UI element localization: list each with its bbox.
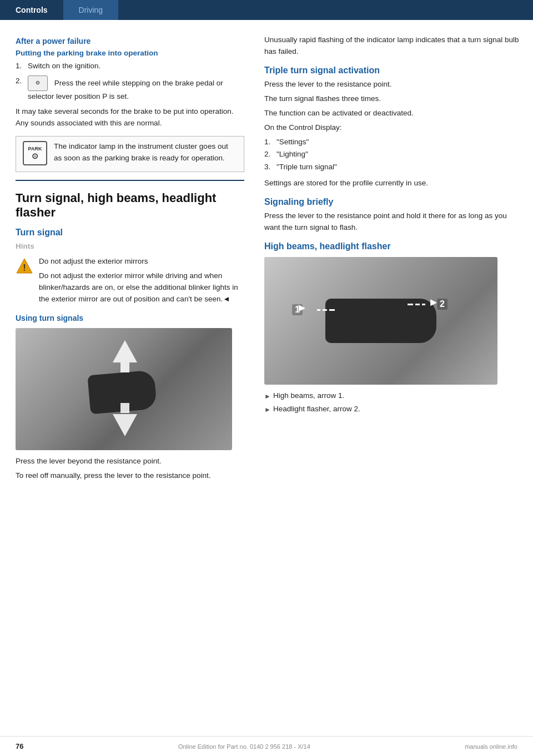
arrow-down-icon xyxy=(113,403,137,436)
step-1-num: 1. xyxy=(16,61,28,72)
arrow-lines-2 xyxy=(408,301,425,305)
bullet-item-2: ► Headlight flasher, arrow 2. xyxy=(264,404,520,415)
tab-controls[interactable]: Controls xyxy=(0,0,63,20)
triple-line1: Press the lever to the resistance point. xyxy=(264,79,520,90)
turn-signal-caption2: To reel off manually, press the lever to… xyxy=(16,470,244,482)
step-2: 2. ⊙ Press the reel while stepping on th… xyxy=(16,75,244,103)
header-tabs: Controls Driving xyxy=(0,0,533,20)
bullet-arrow-2: ► xyxy=(264,405,273,415)
right-column: Unusually rapid flashing of the indicato… xyxy=(255,31,533,496)
page-number: 76 xyxy=(16,742,23,750)
after-power-failure-heading: After a power failure xyxy=(16,37,244,46)
putting-parking-brake-heading: Putting the parking brake into operation xyxy=(16,49,244,57)
control-step-2: 2. "Lighting" xyxy=(264,149,520,160)
park-icon: PARK ⊙ xyxy=(23,141,47,165)
turn-signal-section: Turn signal, high beams, headlight flash… xyxy=(16,191,244,482)
triple-line2: The turn signal flashes three times. xyxy=(264,93,520,105)
hint-line2: Do not adjust the exterior mirror while … xyxy=(39,270,244,305)
bullet-item-1: ► High beams, arrow 1. xyxy=(264,390,520,402)
indicator-lamp-text: Unusually rapid flashing of the indicato… xyxy=(264,34,520,58)
turn-signal-main-heading: Turn signal, high beams, headlight flash… xyxy=(16,191,244,220)
triple-turn-heading: Triple turn signal activation xyxy=(264,65,520,75)
triple-turn-signal-section: Triple turn signal activation Press the … xyxy=(264,65,520,189)
left-column: After a power failure Putting the parkin… xyxy=(0,31,255,496)
svg-rect-3 xyxy=(120,362,129,372)
using-turn-signals-heading: Using turn signals xyxy=(16,314,244,322)
brake-body-text: It may take several seconds for the brak… xyxy=(16,106,244,129)
control-step-3: 3. "Triple turn signal" xyxy=(264,162,520,173)
signaling-briefly-heading: Signaling briefly xyxy=(264,197,520,207)
control-step-3-text: "Triple turn signal" xyxy=(276,162,337,173)
page-content: After a power failure Putting the parkin… xyxy=(0,20,533,496)
bullet-2-text: Headlight flasher, arrow 2. xyxy=(273,404,360,415)
chevron-right-2: ► xyxy=(428,296,439,309)
triple-line4: On the Control Display: xyxy=(264,122,520,134)
footer-logo: manuals online.info xyxy=(465,743,517,750)
turn-signal-caption1: Press the lever beyond the resistance po… xyxy=(16,456,244,467)
warning-icon: ! xyxy=(16,257,33,275)
hint-line1: Do not adjust the exterior mirrors xyxy=(39,256,244,268)
control-step-1-text: "Settings" xyxy=(276,137,309,148)
page-footer: 76 Online Edition for Part no. 0140 2 95… xyxy=(0,736,533,756)
turn-signal-image xyxy=(16,328,232,450)
signaling-briefly-text: Press the lever to the resistance point … xyxy=(264,210,520,234)
park-note-box: PARK ⊙ The indicator lamp in the instrum… xyxy=(16,136,244,172)
svg-marker-2 xyxy=(113,340,137,362)
hints-heading: Hints xyxy=(16,242,244,250)
high-beams-section: High beams, headlight flasher 1 2 xyxy=(264,241,520,415)
tab-driving[interactable]: Driving xyxy=(63,0,119,20)
chevron-right-1: ► xyxy=(296,301,308,314)
footer-text: Online Edition for Part no. 0140 2 956 2… xyxy=(178,743,310,750)
triple-line3: The function can be activated or deactiv… xyxy=(264,108,520,119)
svg-marker-5 xyxy=(113,414,137,436)
arrow-lines-1 xyxy=(317,307,335,311)
signaling-briefly-section: Signaling briefly Press the lever to the… xyxy=(264,197,520,234)
step-2-num: 2. xyxy=(16,75,28,87)
step-2-text: Press the reel while stepping on the bra… xyxy=(28,78,223,100)
arrow-up-icon xyxy=(113,340,137,374)
control-display-steps: 1. "Settings" 2. "Lighting" 3. "Triple t… xyxy=(264,137,520,174)
bullet-1-text: High beams, arrow 1. xyxy=(273,390,344,402)
after-power-failure-section: After a power failure Putting the parkin… xyxy=(16,37,244,172)
section-separator xyxy=(16,180,244,181)
step-1-text: Switch on the ignition. xyxy=(28,61,244,72)
high-beams-image: 1 2 ► ► xyxy=(264,257,497,385)
hint-box: ! Do not adjust the exterior mirrors Do … xyxy=(16,256,244,308)
high-beams-bullets: ► High beams, arrow 1. ► Headlight flash… xyxy=(264,390,520,415)
step-1: 1. Switch on the ignition. xyxy=(16,61,244,72)
park-note-text: The indicator lamp in the instrument clu… xyxy=(54,141,237,164)
turn-signal-subheading: Turn signal xyxy=(16,228,244,238)
svg-rect-4 xyxy=(120,403,129,413)
control-step-1: 1. "Settings" xyxy=(264,137,520,148)
parking-brake-steps: 1. Switch on the ignition. 2. ⊙ Press th… xyxy=(16,61,244,103)
triple-footer-text: Settings are stored for the profile curr… xyxy=(264,178,520,189)
svg-text:!: ! xyxy=(23,263,26,273)
bullet-arrow-1: ► xyxy=(264,391,273,402)
reel-icon: ⊙ xyxy=(28,75,48,91)
high-beams-heading: High beams, headlight flasher xyxy=(264,241,520,251)
control-step-2-text: "Lighting" xyxy=(276,149,308,160)
